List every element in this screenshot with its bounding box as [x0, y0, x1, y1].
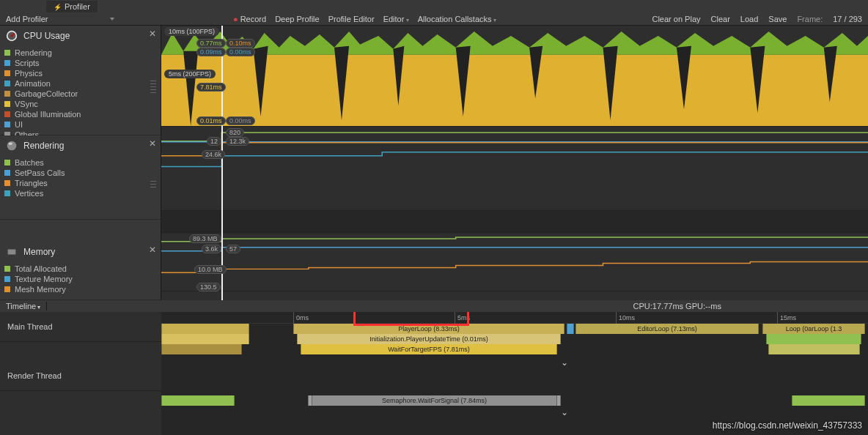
chart-value: 57: [226, 245, 240, 253]
legend-item[interactable]: Global Illumination: [4, 109, 156, 119]
module-rendering[interactable]: Rendering ✕ BatchesSetPass CallsTriangle…: [0, 135, 161, 220]
cpu-chart[interactable]: 10ms (100FPS) 5ms (200FPS) 0.77ms 0.09ms…: [161, 26, 868, 127]
timeline-bar-waitfps[interactable]: WaitForTargetFPS (7.81ms): [301, 344, 557, 354]
timeline-bar-editorloop[interactable]: EditorLoop (7.13ms): [575, 324, 759, 334]
timeline-bar[interactable]: [567, 324, 574, 334]
tooltip-value: 0.00ms: [226, 116, 255, 125]
color-swatch: [4, 170, 10, 176]
drag-handle-icon[interactable]: [150, 43, 156, 130]
legend-item[interactable]: Texture Memory: [4, 274, 156, 284]
timeline-bar[interactable]: [161, 324, 249, 334]
clear-button[interactable]: Clear: [711, 15, 730, 23]
timeline-bar[interactable]: [792, 395, 865, 406]
chart-value: 12.3k: [226, 137, 249, 146]
thread-render[interactable]: Render Thread: [0, 342, 161, 391]
chart-value: 130.5: [196, 283, 221, 291]
chart-value: 12: [207, 137, 221, 146]
chart-area[interactable]: 10ms (100FPS) 5ms (200FPS) 0.77ms 0.09ms…: [161, 26, 868, 300]
chart-value: 820: [226, 128, 244, 137]
chart-value: 24.6k: [202, 150, 225, 159]
color-swatch: [4, 266, 10, 272]
module-title: Memory: [23, 247, 55, 257]
color-swatch: [4, 276, 10, 282]
color-swatch: [4, 180, 10, 186]
legend-item[interactable]: Batches: [4, 157, 156, 168]
legend-item[interactable]: Vertices: [4, 188, 156, 198]
load-button[interactable]: Load: [740, 15, 758, 23]
legend-item[interactable]: Animation: [4, 78, 156, 89]
drag-handle-icon[interactable]: [150, 153, 156, 215]
chevron-down-icon[interactable]: ⌄: [561, 407, 568, 417]
timeline-chart[interactable]: 0ms 5ms 10ms 15ms PlayerLoop (8.33ms) In…: [161, 312, 868, 435]
module-sidebar: CPU Usage ✕ RenderingScriptsPhysicsAnima…: [0, 26, 161, 300]
legend-label: Scripts: [15, 59, 40, 67]
legend-item[interactable]: Triangles: [4, 178, 156, 188]
tooltip-value: 0.10ms: [226, 39, 255, 48]
module-memory[interactable]: Memory ✕ Total AllocatedTexture MemoryMe…: [0, 242, 161, 300]
legend-label: Rendering: [15, 48, 52, 57]
legend-item[interactable]: GarbageCollector: [4, 89, 156, 99]
svg-rect-7: [7, 252, 8, 253]
timeline-stats: CPU:17.77ms GPU:--ms: [633, 302, 721, 311]
legend-item[interactable]: UI: [4, 119, 156, 130]
legend-label: Mesh Memory: [15, 285, 66, 294]
frame-value: 17 / 293: [833, 15, 862, 23]
timeline-bar[interactable]: [766, 334, 861, 344]
svg-rect-8: [15, 250, 16, 250]
legend-label: UI: [15, 120, 23, 129]
deep-profile-button[interactable]: Deep Profile: [275, 15, 320, 23]
legend-item[interactable]: SetPass Calls: [4, 168, 156, 178]
watermark: https://blog.csdn.net/weixin_43757333: [713, 420, 862, 431]
timeline-bar[interactable]: [768, 344, 860, 354]
profile-editor-button[interactable]: Profile Editor: [328, 15, 375, 23]
timeline-bar-loop[interactable]: Loop (0arLoop (1.3: [762, 324, 865, 334]
clear-on-play-button[interactable]: Clear on Play: [652, 15, 700, 23]
fps-marker-10ms: 10ms (100FPS): [164, 27, 219, 36]
allocation-callstacks-dropdown[interactable]: Allocation Callstacks: [418, 15, 496, 23]
thread-main[interactable]: Main Thread: [0, 312, 161, 342]
ruler-tick: 10ms: [616, 312, 635, 324]
legend-item[interactable]: Total Allocated: [4, 264, 156, 274]
color-swatch: [4, 81, 10, 86]
timeline-panel: Timeline CPU:17.77ms GPU:--ms Main Threa…: [0, 300, 868, 435]
legend-item[interactable]: Rendering: [4, 48, 156, 58]
timeline-bar[interactable]: [161, 395, 235, 406]
legend-item[interactable]: VSync: [4, 99, 156, 109]
chevron-down-icon[interactable]: ⌄: [561, 357, 568, 368]
legend-item[interactable]: Physics: [4, 68, 156, 78]
record-button[interactable]: Record: [233, 15, 266, 23]
add-profiler-dropdown[interactable]: Add Profiler: [6, 15, 123, 23]
color-swatch: [4, 60, 10, 66]
tooltip-value: 0.00ms: [226, 48, 255, 56]
chart-value: 10.0 MB: [194, 265, 227, 274]
frame-scrubber[interactable]: [221, 26, 223, 300]
save-button[interactable]: Save: [768, 15, 787, 23]
gauge-icon: [4, 29, 19, 43]
timeline-mode-dropdown[interactable]: Timeline: [0, 302, 47, 311]
module-cpu-usage[interactable]: CPU Usage ✕ RenderingScriptsPhysicsAnima…: [0, 26, 161, 135]
timeline-bar-init[interactable]: Initialization.PlayerUpdateTime (0.01ms): [297, 334, 561, 344]
chart-value: 89.3 MB: [189, 234, 221, 243]
ruler-tick: 15ms: [777, 312, 796, 324]
rendering-chart[interactable]: 820 12 12.3k 24.6k: [161, 127, 868, 211]
toolbar: Add Profiler Record Deep Profile Profile…: [0, 12, 868, 26]
timeline-bar[interactable]: [161, 334, 249, 344]
timeline-bar-semaphore[interactable]: Semaphore.WaitForSignal (7.84ms): [312, 395, 557, 406]
color-swatch: [4, 50, 10, 56]
legend-label: Triangles: [15, 179, 48, 187]
module-title: CPU Usage: [23, 31, 70, 41]
legend-label: Total Allocated: [15, 264, 67, 273]
frame-label: Frame:: [797, 15, 823, 23]
legend-item[interactable]: Scripts: [4, 58, 156, 68]
editor-dropdown[interactable]: Editor: [383, 15, 409, 23]
thread-sidebar: Main Thread Render Thread: [0, 312, 161, 435]
close-icon[interactable]: ✕: [149, 245, 156, 255]
timeline-bar[interactable]: [161, 344, 242, 354]
memory-chart[interactable]: 89.3 MB 3.6k 57 10.0 MB 130.5: [161, 233, 868, 291]
svg-point-3: [7, 141, 17, 151]
close-icon[interactable]: ✕: [149, 29, 156, 39]
legend-item[interactable]: Mesh Memory: [4, 284, 156, 294]
close-icon[interactable]: ✕: [149, 138, 156, 149]
annotation-highlight: [353, 312, 469, 326]
tab-profiler[interactable]: Profiler: [46, 1, 98, 12]
